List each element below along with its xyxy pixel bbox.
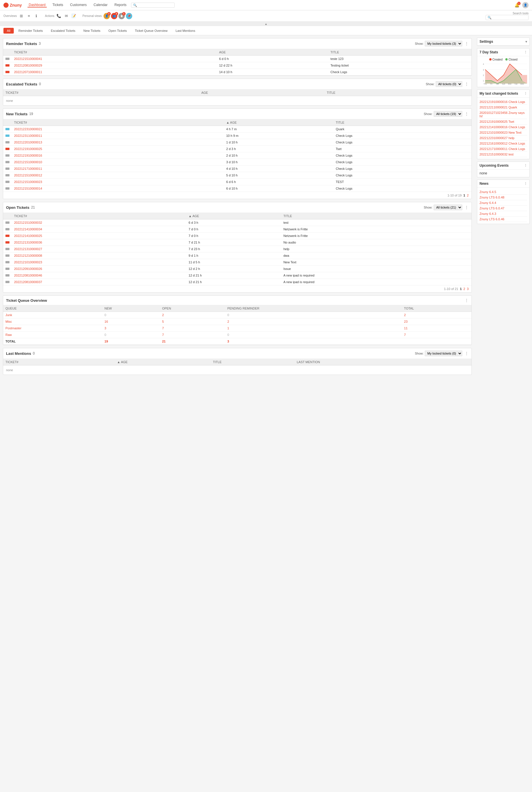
last-changed-link[interactable]: 2022121610000012 Check Logs <box>479 142 525 145</box>
overview-grid-icon[interactable]: ⊞ <box>19 13 24 19</box>
nav-search-input[interactable] <box>131 3 175 8</box>
mentions-show-dropdown[interactable]: My locked tickets (0) <box>425 351 462 356</box>
ticket-link[interactable]: 2022123110000011 <box>14 134 42 137</box>
total-pending-link[interactable]: 3 <box>227 340 229 343</box>
last-changed-link[interactable]: 2022122310000027 help <box>479 136 514 140</box>
ticket-link[interactable]: 2022121410000034 <box>14 227 42 231</box>
queue-open-link[interactable]: 2 <box>162 313 164 317</box>
last-changed-link[interactable]: 2022121910000025 Tset <box>479 120 514 123</box>
news-link[interactable]: Znuny LTS 6.0.47 <box>479 207 505 210</box>
queue-name-link[interactable]: Raw <box>5 333 12 337</box>
pv-badge-3[interactable]: 📋1 <box>118 13 125 19</box>
reminder-show-dropdown[interactable]: My locked tickets (3) <box>425 41 462 46</box>
last-changed-link[interactable]: 2022121410000016 Check Logs <box>479 125 525 129</box>
last-changed-more[interactable]: ⋮ <box>524 92 527 96</box>
news-link[interactable]: Znuny 6.4.5 <box>479 190 496 194</box>
tab-escalated[interactable]: Escalated Tickets <box>47 28 79 34</box>
last-changed-link[interactable]: 2020101271023456 Znuny says hi! <box>479 111 525 118</box>
tab-queue[interactable]: Ticket Queue Overview <box>131 28 171 34</box>
news-link[interactable]: Znuny 6.4.4 <box>479 201 496 205</box>
news-link[interactable]: Znuny 6.4.3 <box>479 212 496 215</box>
queue-total-link[interactable]: 7 <box>404 333 406 337</box>
ticket-link[interactable]: 2022121510000032 <box>14 221 42 224</box>
pv-badge-1[interactable]: 👤2 <box>103 13 110 19</box>
ticket-link[interactable]: 2022120810000029 <box>14 64 42 67</box>
tab-all[interactable]: All <box>3 28 14 34</box>
mentions-more-btn[interactable]: ⋮ <box>464 351 469 356</box>
ticket-link[interactable]: 2022121510000014 <box>14 187 42 190</box>
open-page-1[interactable]: 1 <box>460 287 462 290</box>
queue-open-link[interactable]: 7 <box>162 333 164 337</box>
news-link[interactable]: Znuny LTS 6.0.46 <box>479 218 505 221</box>
pv-badge-2[interactable]: 👥3 <box>111 13 117 19</box>
news-link[interactable]: Znuny LTS 6.0.48 <box>479 196 505 199</box>
ticket-link[interactable]: 2022121210000008 <box>14 254 42 257</box>
ticket-link[interactable]: 2022121710000011 <box>14 167 42 170</box>
last-changed-link[interactable]: 2022121510000032 test <box>479 153 514 156</box>
queue-name-link[interactable]: Misc <box>5 320 12 323</box>
open-page-2[interactable]: 2 <box>463 287 465 290</box>
queue-name-link[interactable]: Postmaster <box>5 326 21 330</box>
total-new-link[interactable]: 19 <box>104 340 108 343</box>
tab-new[interactable]: New Tickets <box>80 28 104 34</box>
news-more[interactable]: ⋮ <box>524 182 527 186</box>
ticket-link[interactable]: 2022122310000021 <box>14 127 42 131</box>
last-changed-link[interactable]: 2022121910000016 Check Logs <box>479 100 525 103</box>
phone-icon[interactable]: 📞 <box>56 13 62 19</box>
escalated-show-dropdown[interactable]: All tickets (0) <box>436 81 462 87</box>
queue-total-link[interactable]: 11 <box>404 326 407 330</box>
queue-pend-link[interactable]: 2 <box>227 320 229 323</box>
tab-open[interactable]: Open Tickets <box>105 28 130 34</box>
queue-total-link[interactable]: 2 <box>404 313 406 317</box>
user-avatar[interactable]: 👤 <box>522 2 529 8</box>
open-more-btn[interactable]: ⋮ <box>464 205 469 210</box>
last-changed-link[interactable]: 2022121710000011 Check Logs <box>479 147 525 151</box>
pv-badge-4[interactable]: 📌 <box>126 13 132 19</box>
notification-bell[interactable]: 🔔1 <box>514 3 519 7</box>
ticket-link[interactable]: 2022121510000012 <box>14 173 42 177</box>
open-show-dropdown[interactable]: All tickets (21) <box>434 205 462 210</box>
total-open-link[interactable]: 21 <box>162 340 166 343</box>
overview-info-icon[interactable]: ℹ <box>34 13 39 19</box>
ticket-link[interactable]: 2022121310000027 <box>14 247 42 251</box>
settings-collapse[interactable]: ▾ <box>526 40 527 43</box>
note-icon[interactable]: 📝 <box>71 13 77 19</box>
ticket-link[interactable]: 2022120710000011 <box>14 70 42 74</box>
upcoming-events-more[interactable]: ⋮ <box>524 164 527 168</box>
nav-tickets[interactable]: Tickets <box>51 3 64 7</box>
nav-dashboard[interactable]: Dashboard <box>27 3 47 7</box>
queue-total-link[interactable]: 23 <box>404 320 407 323</box>
seven-day-stats-more[interactable]: ⋮ <box>524 51 527 54</box>
new-page-2[interactable]: 2 <box>467 194 469 197</box>
new-page-1[interactable]: 1 <box>463 194 465 197</box>
queue-name-link[interactable]: Junk <box>5 313 12 317</box>
new-show-dropdown[interactable]: All tickets (19) <box>434 111 462 117</box>
last-changed-link[interactable]: 2022122110000021 Quark <box>479 106 517 109</box>
escalated-more-btn[interactable]: ⋮ <box>464 82 469 86</box>
ticket-link[interactable]: 2022121910000016 <box>14 154 42 157</box>
new-more-btn[interactable]: ⋮ <box>464 112 469 116</box>
ticket-link[interactable]: 2022121510000023 <box>14 180 42 184</box>
queue-pend-link[interactable]: 1 <box>227 326 229 330</box>
ticket-link[interactable]: 2022121510000010 <box>14 161 42 164</box>
email-icon[interactable]: ✉ <box>63 13 69 19</box>
nav-calendar[interactable]: Calendar <box>92 3 109 7</box>
queue-more-btn[interactable]: ⋮ <box>464 298 469 303</box>
tab-reminder[interactable]: Reminder Tickets <box>15 28 46 34</box>
open-page-3[interactable]: 3 <box>467 287 469 290</box>
overview-list-icon[interactable]: ≡ <box>26 13 32 19</box>
queue-new-link[interactable]: 16 <box>104 320 108 323</box>
nav-customers[interactable]: Customers <box>69 3 88 7</box>
nav-reports[interactable]: Reports <box>113 3 128 7</box>
ticket-link[interactable]: 2022120810000046 <box>14 274 42 277</box>
last-changed-link[interactable]: 2022121010000023 New Text <box>479 131 521 134</box>
ticket-link[interactable]: 2022120910000026 <box>14 267 42 270</box>
ticket-link[interactable]: 2022122010000013 <box>14 140 42 144</box>
ticket-link[interactable]: 2022121910000025 <box>14 147 42 151</box>
reminder-more-btn[interactable]: ⋮ <box>464 41 469 46</box>
queue-open-link[interactable]: 5 <box>162 320 164 323</box>
ticket-link[interactable]: 2022121310000036 <box>14 241 42 244</box>
search-tools-input[interactable] <box>486 15 529 20</box>
ticket-link[interactable]: 2022121010000023 <box>14 261 42 264</box>
collapse-bar[interactable]: ▲ <box>0 22 532 26</box>
